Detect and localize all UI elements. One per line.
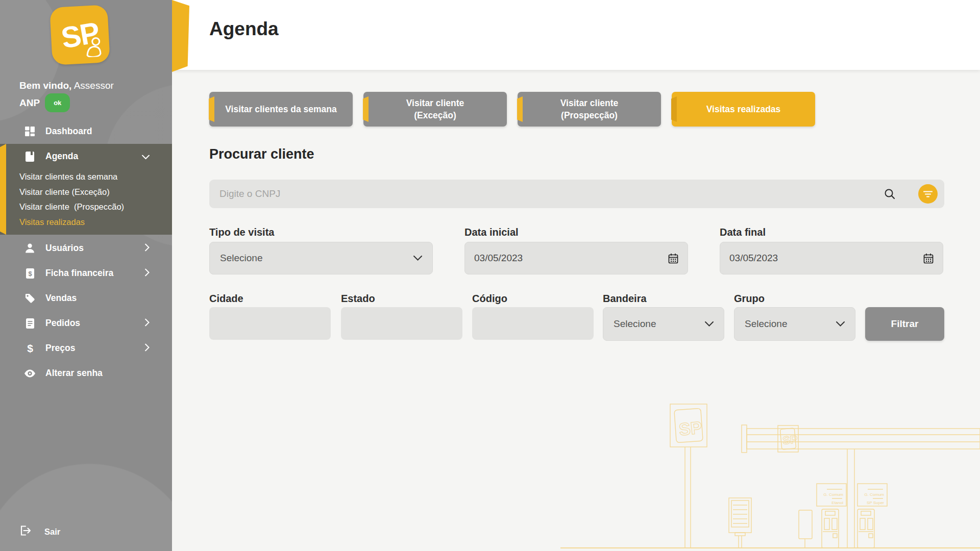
cnpj-search-input[interactable] <box>209 180 868 208</box>
chevron-right-icon <box>145 268 150 279</box>
dollar-icon: $ <box>24 342 36 354</box>
label-codigo: Código <box>472 293 507 305</box>
sidebar-group-agenda: Agenda Visitar clientes da semana Visita… <box>0 144 172 235</box>
chevron-down-icon <box>413 256 422 261</box>
sidebar-subitem-visitas-realizadas[interactable]: Visitas realizadas <box>19 215 172 230</box>
page-header: Agenda <box>172 0 980 70</box>
sidebar-item-agenda[interactable]: Agenda <box>0 144 172 169</box>
calendar-icon[interactable] <box>923 253 934 264</box>
page-title: Agenda <box>209 18 279 40</box>
user-icon <box>24 242 36 254</box>
watermark-pump-sign1-line2: Etanol <box>831 500 843 505</box>
date-value: 03/05/2023 <box>729 253 778 264</box>
tab-bar: Visitar clientes da semana Visitar clien… <box>209 92 815 127</box>
sidebar-item-label: Preços <box>45 343 75 354</box>
search-icon[interactable] <box>884 188 896 202</box>
welcome-prefix: Bem vindo, <box>19 80 71 91</box>
filter-button[interactable] <box>918 184 938 204</box>
eye-icon <box>24 367 36 379</box>
tab-visitar-clientes-da-semana[interactable]: Visitar clientes da semana <box>209 92 353 127</box>
status-badge: ok <box>45 93 70 112</box>
watermark-sign-text: SP <box>678 417 703 439</box>
sidebar-subitem-visitar-clientes-da-semana[interactable]: Visitar clientes da semana <box>19 169 172 185</box>
filtrar-button[interactable]: Filtrar <box>865 307 944 341</box>
watermark-canopy-text: SP <box>782 433 798 446</box>
agenda-sub-list: Visitar clientes da semana Visitar clien… <box>19 169 172 230</box>
select-grupo[interactable]: Selecione <box>734 307 855 341</box>
tag-icon <box>24 292 36 304</box>
sidebar-nav: Dashboard Agenda Visitar clientes da sem… <box>0 119 172 386</box>
watermark-pump-sign2-line1: G. Comum <box>864 492 884 497</box>
agenda-icon <box>24 151 36 162</box>
label-cidade: Cidade <box>209 293 243 305</box>
tab-visitar-cliente-prospeccao[interactable]: Visitar cliente (Prospecção) <box>518 92 661 127</box>
sidebar-item-label: Vendas <box>45 293 77 304</box>
welcome-text: Bem vindo, Assessor ANPok <box>19 78 114 112</box>
select-tipo-de-visita[interactable]: Selecione <box>209 242 433 274</box>
sidebar-item-dashboard[interactable]: Dashboard <box>0 119 172 144</box>
select-value: Selecione <box>614 318 656 330</box>
tab-visitar-cliente-excecao[interactable]: Visitar cliente (Exceção) <box>363 92 507 127</box>
dashboard-icon <box>24 126 36 137</box>
date-value: 03/05/2023 <box>474 253 523 264</box>
sidebar-item-pedidos[interactable]: Pedidos <box>0 311 172 336</box>
sidebar-item-label: Usuários <box>45 243 84 254</box>
welcome-role: Assessor <box>74 80 114 91</box>
order-doc-icon <box>24 317 36 329</box>
sidebar-item-label: Dashboard <box>45 126 92 137</box>
label-data-final: Data final <box>720 227 766 238</box>
sidebar-subitem-visitar-cliente-prospeccao[interactable]: Visitar cliente (Prospeccão) <box>19 199 172 215</box>
header-accent-ribbon <box>172 0 189 72</box>
label-tipo-de-visita: Tipo de visita <box>209 227 274 238</box>
welcome-org: ANP <box>19 97 40 108</box>
svg-text:$: $ <box>28 269 32 277</box>
date-input-final[interactable]: 03/05/2023 <box>720 242 943 274</box>
svg-text:$: $ <box>27 342 33 354</box>
gas-station-watermark: SP SP G. Comum Etanol G. Comum SP Super <box>556 397 980 551</box>
watermark-pump-sign2-line2: SP Super <box>867 500 884 505</box>
filter-icon <box>923 191 933 197</box>
logout-button[interactable]: Sair <box>0 525 60 538</box>
estado-input[interactable] <box>341 307 462 340</box>
chevron-down-icon <box>142 151 150 162</box>
logo-person-icon <box>84 36 103 58</box>
logout-icon <box>20 525 32 538</box>
section-heading: Procurar cliente <box>209 146 314 162</box>
watermark-pump-sign1-line1: G. Comum <box>823 492 843 497</box>
cidade-input[interactable] <box>209 307 331 340</box>
select-value: Selecione <box>745 318 787 330</box>
chevron-down-icon <box>705 321 714 327</box>
chevron-right-icon <box>145 318 150 329</box>
select-bandeira[interactable]: Selecione <box>603 307 724 341</box>
select-value: Selecione <box>220 253 262 264</box>
sidebar-item-usuarios[interactable]: Usuários <box>0 236 172 261</box>
chevron-right-icon <box>145 243 150 254</box>
label-grupo: Grupo <box>734 293 765 305</box>
codigo-input[interactable] <box>472 307 594 340</box>
sidebar-item-ficha-financeira[interactable]: $ Ficha financeira <box>0 261 172 286</box>
sidebar-item-label: Agenda <box>45 151 78 162</box>
logout-label: Sair <box>44 527 60 537</box>
sidebar-item-label: Ficha financeira <box>45 268 113 279</box>
sidebar-item-alterar-senha[interactable]: Alterar senha <box>0 361 172 386</box>
sidebar-item-label: Pedidos <box>45 318 80 329</box>
chevron-right-icon <box>145 343 150 354</box>
label-data-inicial: Data inicial <box>464 227 519 238</box>
calendar-icon[interactable] <box>668 253 678 264</box>
financial-doc-icon: $ <box>24 267 36 279</box>
cnpj-search-bar <box>209 180 944 208</box>
chevron-down-icon <box>836 321 845 327</box>
date-input-inicial[interactable]: 03/05/2023 <box>464 242 688 274</box>
app-logo: SP <box>50 5 110 65</box>
sidebar-item-vendas[interactable]: Vendas <box>0 286 172 311</box>
sidebar-subitem-visitar-cliente-excecao[interactable]: Visitar cliente (Exceção) <box>19 185 172 200</box>
label-bandeira: Bandeira <box>603 293 647 305</box>
label-estado: Estado <box>341 293 375 305</box>
tab-visitas-realizadas[interactable]: Visitas realizadas <box>672 92 815 127</box>
sidebar: SP Bem vindo, Assessor ANPok Dashboard <box>0 0 172 551</box>
main-content: SP SP G. Comum Etanol G. Comum SP Super … <box>172 0 980 551</box>
sidebar-item-precos[interactable]: $ Preços <box>0 336 172 361</box>
sidebar-item-label: Alterar senha <box>45 368 103 379</box>
